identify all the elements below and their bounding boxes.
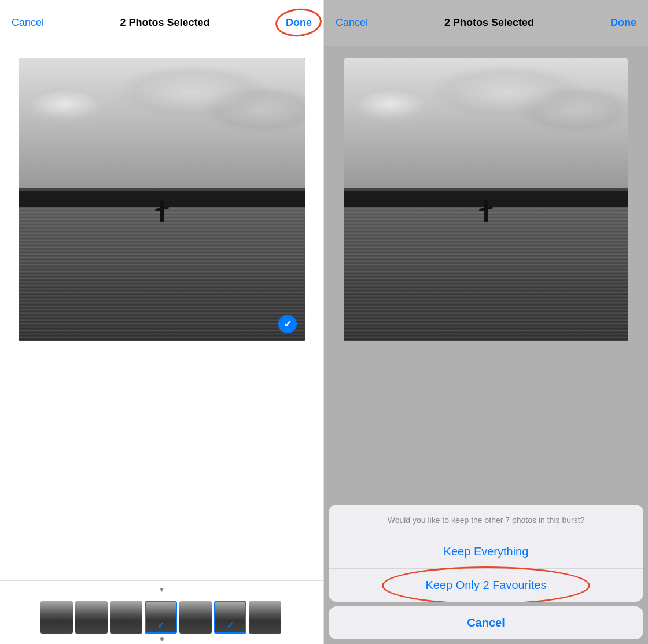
filmstrip-thumb-3[interactable] (110, 601, 142, 634)
filmstrip-thumb-2[interactable] (75, 601, 108, 634)
filmstrip-check-4: ✓ (157, 621, 164, 630)
left-panel: Cancel 2 Photos Selected Done ▼ ✓ (0, 0, 324, 644)
action-sheet-main: Would you like to keep the other 7 photo… (329, 505, 643, 602)
filmstrip-thumb-4-selected[interactable]: ✓ (145, 601, 177, 634)
water-layer (19, 205, 305, 341)
keep-favourites-button[interactable]: Keep Only 2 Favourites (329, 568, 643, 602)
filmstrip-arrow-icon: ▼ (159, 586, 165, 594)
left-content (0, 46, 323, 580)
sky-layer (19, 58, 305, 188)
right-main-photo (344, 58, 628, 341)
left-header: Cancel 2 Photos Selected Done (0, 0, 323, 46)
action-sheet-overlay: Would you like to keep the other 7 photo… (324, 505, 648, 644)
filmstrip-thumb-5[interactable] (179, 601, 212, 634)
filmstrip-check-6: ✓ (227, 621, 234, 630)
keep-everything-button[interactable]: Keep Everything (329, 535, 643, 568)
right-water-layer (344, 205, 628, 341)
left-cancel-button[interactable]: Cancel (12, 17, 44, 29)
action-sheet-cancel-button[interactable]: Cancel (329, 606, 643, 639)
right-done-button[interactable]: Done (610, 17, 636, 29)
right-header: Cancel 2 Photos Selected Done (324, 0, 648, 46)
keep-favourites-label: Keep Only 2 Favourites (426, 579, 547, 591)
filmstrip-thumb-1[interactable] (41, 601, 73, 634)
left-done-label: Done (286, 17, 312, 28)
figure-silhouette (160, 205, 164, 222)
filmstrip-inner: ✓ ✓ (41, 601, 281, 634)
right-title: 2 Photos Selected (444, 17, 534, 29)
left-title: 2 Photos Selected (120, 17, 209, 29)
right-sky-layer (344, 58, 628, 188)
right-photo-area: Would you like to keep the other 7 photo… (324, 46, 648, 644)
right-panel: Cancel 2 Photos Selected Done Would you … (324, 0, 648, 644)
filmstrip: ▼ ✓ ✓ (0, 580, 323, 644)
filmstrip-position-dot (160, 637, 164, 641)
right-figure-silhouette (484, 205, 488, 222)
filmstrip-thumb-6-selected[interactable]: ✓ (214, 601, 246, 634)
left-main-photo[interactable] (19, 58, 305, 341)
action-sheet-cancel-container: Cancel (329, 606, 643, 639)
right-cancel-button[interactable]: Cancel (336, 17, 368, 29)
left-done-button[interactable]: Done (286, 17, 312, 29)
filmstrip-thumb-7[interactable] (249, 601, 281, 634)
selected-checkmark-badge (278, 315, 297, 333)
action-sheet-message: Would you like to keep the other 7 photo… (329, 505, 643, 535)
